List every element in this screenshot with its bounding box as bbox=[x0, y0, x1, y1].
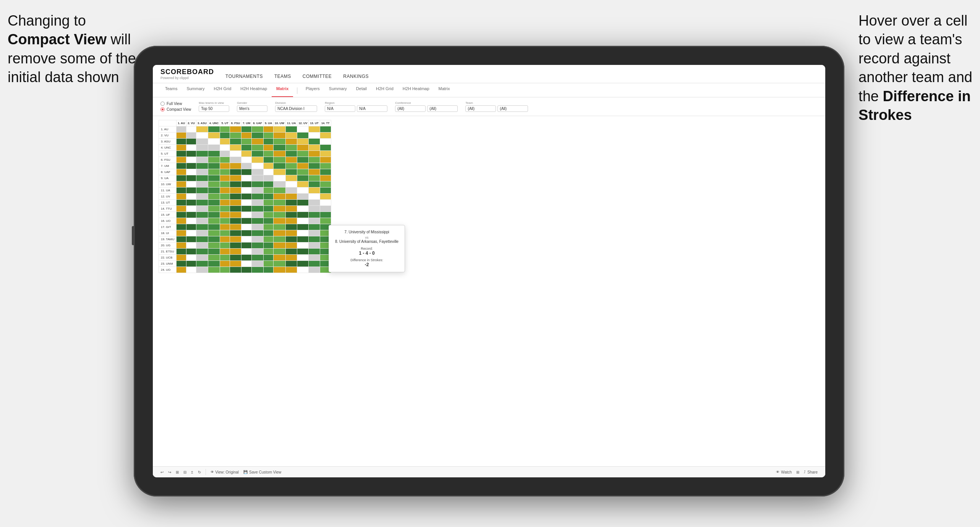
matrix-cell[interactable] bbox=[263, 169, 273, 175]
tool1[interactable]: ⊞ bbox=[176, 470, 179, 474]
matrix-cell[interactable] bbox=[297, 133, 309, 139]
matrix-cell[interactable] bbox=[286, 230, 297, 236]
matrix-cell[interactable] bbox=[297, 267, 309, 273]
tab-detail[interactable]: Detail bbox=[352, 83, 371, 97]
matrix-cell[interactable] bbox=[263, 175, 273, 181]
matrix-cell[interactable] bbox=[241, 242, 252, 249]
matrix-cell[interactable] bbox=[286, 267, 297, 273]
matrix-cell[interactable] bbox=[252, 188, 264, 194]
matrix-cell[interactable] bbox=[220, 206, 230, 212]
matrix-cell[interactable] bbox=[252, 267, 264, 273]
matrix-cell[interactable] bbox=[274, 151, 286, 157]
matrix-cell[interactable] bbox=[196, 163, 208, 169]
matrix-cell[interactable] bbox=[274, 212, 286, 218]
matrix-cell[interactable] bbox=[186, 157, 196, 163]
matrix-cell[interactable] bbox=[286, 224, 297, 230]
matrix-cell[interactable] bbox=[274, 139, 286, 145]
matrix-cell[interactable] bbox=[177, 261, 186, 267]
matrix-cell[interactable] bbox=[230, 267, 241, 273]
matrix-cell[interactable] bbox=[220, 145, 230, 151]
matrix-cell[interactable] bbox=[309, 194, 320, 200]
matrix-cell[interactable] bbox=[177, 157, 186, 163]
matrix-cell[interactable] bbox=[186, 212, 196, 218]
matrix-cell[interactable] bbox=[274, 175, 286, 181]
matrix-cell[interactable] bbox=[297, 157, 309, 163]
matrix-cell[interactable] bbox=[230, 200, 241, 206]
matrix-cell[interactable] bbox=[286, 255, 297, 261]
matrix-cell[interactable] bbox=[297, 218, 309, 224]
matrix-cell[interactable] bbox=[263, 139, 273, 145]
matrix-cell[interactable] bbox=[297, 126, 309, 133]
matrix-cell[interactable] bbox=[274, 206, 286, 212]
matrix-cell[interactable] bbox=[274, 188, 286, 194]
matrix-cell[interactable] bbox=[286, 236, 297, 242]
tool3[interactable]: ± bbox=[191, 470, 193, 474]
matrix-cell[interactable] bbox=[177, 163, 186, 169]
matrix-cell[interactable] bbox=[196, 194, 208, 200]
matrix-cell[interactable] bbox=[230, 218, 241, 224]
matrix-cell[interactable] bbox=[230, 169, 241, 175]
matrix-cell[interactable] bbox=[297, 230, 309, 236]
matrix-cell[interactable] bbox=[252, 181, 264, 188]
matrix-cell[interactable] bbox=[220, 181, 230, 188]
matrix-cell[interactable] bbox=[186, 218, 196, 224]
matrix-cell[interactable] bbox=[220, 200, 230, 206]
matrix-cell[interactable] bbox=[220, 218, 230, 224]
matrix-cell[interactable] bbox=[177, 181, 186, 188]
matrix-cell[interactable] bbox=[241, 194, 252, 200]
matrix-cell[interactable] bbox=[220, 169, 230, 175]
matrix-cell[interactable] bbox=[263, 230, 273, 236]
matrix-cell[interactable] bbox=[274, 145, 286, 151]
matrix-cell[interactable] bbox=[241, 267, 252, 273]
matrix-cell[interactable] bbox=[177, 206, 186, 212]
matrix-cell[interactable] bbox=[309, 267, 320, 273]
redo-button[interactable]: ↪ bbox=[168, 470, 171, 474]
matrix-cell[interactable] bbox=[196, 230, 208, 236]
matrix-cell[interactable] bbox=[196, 206, 208, 212]
matrix-cell[interactable] bbox=[241, 206, 252, 212]
matrix-cell[interactable] bbox=[263, 249, 273, 255]
matrix-cell[interactable] bbox=[286, 145, 297, 151]
matrix-cell[interactable] bbox=[252, 145, 264, 151]
matrix-cell[interactable] bbox=[274, 255, 286, 261]
matrix-cell[interactable] bbox=[220, 230, 230, 236]
tab-teams[interactable]: Teams bbox=[160, 83, 182, 97]
matrix-cell[interactable] bbox=[274, 267, 286, 273]
matrix-cell[interactable] bbox=[241, 126, 252, 133]
matrix-cell[interactable] bbox=[241, 188, 252, 194]
matrix-cell[interactable] bbox=[320, 188, 331, 194]
matrix-cell[interactable] bbox=[241, 212, 252, 218]
matrix-cell[interactable] bbox=[186, 200, 196, 206]
matrix-cell[interactable] bbox=[286, 194, 297, 200]
matrix-cell[interactable] bbox=[196, 145, 208, 151]
matrix-cell[interactable] bbox=[220, 139, 230, 145]
matrix-cell[interactable] bbox=[320, 163, 331, 169]
matrix-cell[interactable] bbox=[309, 218, 320, 224]
matrix-cell[interactable] bbox=[177, 212, 186, 218]
matrix-cell[interactable] bbox=[252, 236, 264, 242]
compact-view-radio[interactable] bbox=[160, 107, 165, 112]
region-select1[interactable]: N/A bbox=[325, 105, 355, 112]
matrix-cell[interactable] bbox=[297, 242, 309, 249]
matrix-cell[interactable] bbox=[252, 249, 264, 255]
matrix-cell[interactable] bbox=[309, 145, 320, 151]
matrix-cell[interactable] bbox=[177, 230, 186, 236]
matrix-cell[interactable] bbox=[309, 181, 320, 188]
matrix-cell[interactable] bbox=[320, 126, 331, 133]
matrix-cell[interactable] bbox=[196, 151, 208, 157]
matrix-cell[interactable] bbox=[309, 249, 320, 255]
save-custom-button[interactable]: 💾 Save Custom View bbox=[243, 470, 281, 474]
matrix-cell[interactable] bbox=[309, 175, 320, 181]
matrix-cell[interactable] bbox=[309, 163, 320, 169]
matrix-cell[interactable] bbox=[297, 200, 309, 206]
matrix-cell[interactable] bbox=[177, 224, 186, 230]
matrix-cell[interactable] bbox=[230, 133, 241, 139]
matrix-cell[interactable] bbox=[186, 139, 196, 145]
matrix-cell[interactable] bbox=[177, 218, 186, 224]
matrix-cell[interactable] bbox=[241, 157, 252, 163]
matrix-cell[interactable] bbox=[196, 126, 208, 133]
matrix-cell[interactable] bbox=[230, 163, 241, 169]
nav-tournaments[interactable]: TOURNAMENTS bbox=[225, 74, 263, 79]
matrix-cell[interactable] bbox=[196, 188, 208, 194]
matrix-cell[interactable] bbox=[241, 230, 252, 236]
